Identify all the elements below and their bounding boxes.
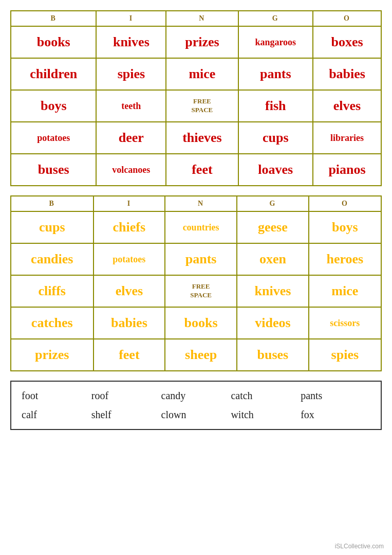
- bingo-cell: potatoes: [11, 122, 96, 154]
- bingo-cell: feet: [94, 339, 165, 371]
- bingo-header: N: [166, 11, 238, 26]
- word-item: candy: [161, 390, 231, 402]
- bingo-cell: children: [11, 58, 96, 90]
- word-item: clown: [161, 409, 231, 421]
- bingo-header: O: [309, 196, 381, 211]
- bingo-card-1: BINGO booksknivesprizeskangaroosboxeschi…: [10, 10, 382, 186]
- bingo-cell: FREESPACE: [166, 90, 238, 122]
- word-item: witch: [231, 409, 301, 421]
- bingo-cell: FREESPACE: [165, 275, 237, 307]
- word-item: catch: [231, 390, 301, 402]
- bingo-cell: thieves: [166, 122, 238, 154]
- bingo-cell: catches: [11, 307, 94, 339]
- bingo-cell: kangaroos: [238, 26, 313, 58]
- bingo-cell: chiefs: [94, 211, 165, 243]
- bingo-cell: countries: [165, 211, 237, 243]
- bingo-cell: elves: [94, 275, 165, 307]
- bingo-cell: spies: [309, 339, 381, 371]
- bingo-cell: volcanoes: [96, 154, 166, 186]
- bingo-cell: pianos: [313, 154, 381, 186]
- word-item: shelf: [91, 409, 161, 421]
- bingo-cell: prizes: [166, 26, 238, 58]
- bingo-cell: libraries: [313, 122, 381, 154]
- bingo-cell: boys: [309, 211, 381, 243]
- bingo-cell: pants: [238, 58, 313, 90]
- bingo-cell: boys: [11, 90, 96, 122]
- bingo-cell: knives: [96, 26, 166, 58]
- bingo-cell: mice: [309, 275, 381, 307]
- bingo-header: G: [237, 196, 309, 211]
- bingo-header: B: [11, 11, 96, 26]
- bingo-cell: babies: [94, 307, 165, 339]
- word-list-row: footroofcandycatchpants: [22, 390, 370, 402]
- word-item: fox: [301, 409, 370, 421]
- word-list-row: calfshelfclownwitchfox: [22, 409, 370, 421]
- bingo-cell: teeth: [96, 90, 166, 122]
- bingo-header: O: [313, 11, 381, 26]
- bingo-header: N: [165, 196, 237, 211]
- bingo-header: I: [96, 11, 166, 26]
- bingo-cell: prizes: [11, 339, 94, 371]
- bingo-cell: babies: [313, 58, 381, 90]
- bingo-cell: elves: [313, 90, 381, 122]
- bingo-cell: pants: [165, 243, 237, 275]
- bingo-cell: loaves: [238, 154, 313, 186]
- bingo-cell: knives: [237, 275, 309, 307]
- word-list: footroofcandycatchpantscalfshelfclownwit…: [10, 381, 382, 430]
- bingo-cell: videos: [237, 307, 309, 339]
- bingo-cell: geese: [237, 211, 309, 243]
- bingo-cell: mice: [166, 58, 238, 90]
- bingo-cell: fish: [238, 90, 313, 122]
- word-item: roof: [91, 390, 161, 402]
- bingo-cell: heroes: [309, 243, 381, 275]
- bingo-cell: deer: [96, 122, 166, 154]
- bingo-cell: spies: [96, 58, 166, 90]
- bingo-cell: cups: [11, 211, 94, 243]
- bingo-cell: feet: [166, 154, 238, 186]
- bingo-cell: cups: [238, 122, 313, 154]
- word-item: pants: [301, 390, 370, 402]
- word-item: foot: [22, 390, 91, 402]
- bingo-cell: sheep: [165, 339, 237, 371]
- bingo-cell: books: [165, 307, 237, 339]
- bingo-cell: buses: [237, 339, 309, 371]
- bingo-cell: books: [11, 26, 96, 58]
- bingo-cell: potatoes: [94, 243, 165, 275]
- bingo-card-2: BINGO cupschiefscountriesgeeseboyscandie…: [10, 195, 382, 371]
- bingo-cell: boxes: [313, 26, 381, 58]
- bingo-cell: cliffs: [11, 275, 94, 307]
- bingo-header: I: [94, 196, 165, 211]
- bingo-header: G: [238, 11, 313, 26]
- bingo-header: B: [11, 196, 94, 211]
- bingo-cell: candies: [11, 243, 94, 275]
- bingo-cell: scissors: [309, 307, 381, 339]
- watermark: iSLCollective.com: [335, 543, 384, 550]
- bingo-cell: buses: [11, 154, 96, 186]
- bingo-cell: oxen: [237, 243, 309, 275]
- word-item: calf: [22, 409, 91, 421]
